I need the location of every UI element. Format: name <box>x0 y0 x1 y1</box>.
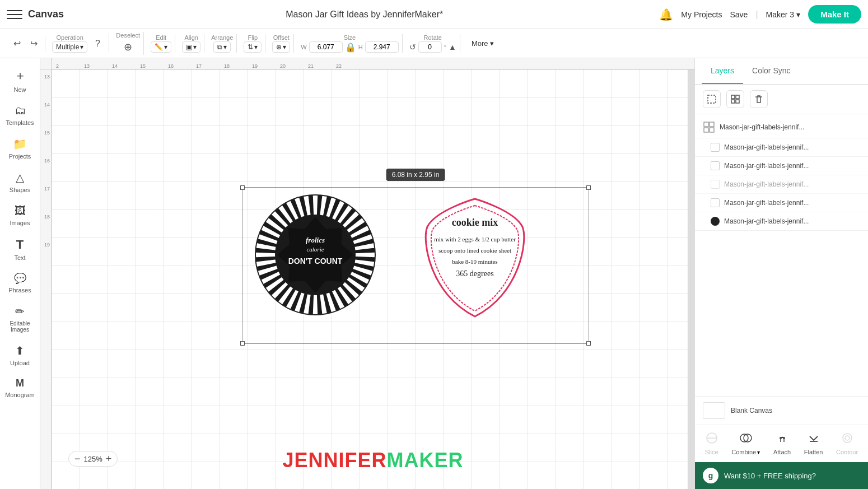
arrange-select[interactable]: ⧉ ▾ <box>213 41 231 53</box>
deselect-button[interactable]: ⊕ <box>120 39 136 55</box>
ruler-tick: 14 <box>40 102 51 130</box>
cookie-label-design: cookie mix mix with 2 eggs & 1/2 cup but… <box>416 193 534 322</box>
edit-select[interactable]: ✏️ ▾ <box>151 41 171 53</box>
layer-visibility-toggle[interactable] <box>711 161 720 170</box>
layer-item[interactable]: Mason-jar-gift-labels-jennif... <box>695 117 868 138</box>
toolbar: ↩ ↪ Operation Multiple ▾ ? Deselect ⊕ Ed… <box>0 29 868 58</box>
attach-icon <box>776 432 788 447</box>
flip-select[interactable]: ⇅ ▾ <box>244 41 262 53</box>
sidebar-new-label: New <box>13 86 26 93</box>
sidebar-item-new[interactable]: ＋ New <box>2 63 38 97</box>
delete-button[interactable] <box>750 90 768 108</box>
layer-visibility-toggle[interactable] <box>711 180 720 189</box>
more-button[interactable]: More ▾ <box>467 37 498 50</box>
help-button[interactable]: ? <box>90 36 105 52</box>
notifications-icon[interactable]: 🔔 <box>659 8 673 21</box>
document-title: Mason Jar Gift Ideas by JenniferMaker* <box>75 10 654 20</box>
chevron-down-icon: ▾ <box>164 43 167 51</box>
offset-label: Offset <box>273 34 290 41</box>
sidebar-item-projects[interactable]: 📁 Projects <box>2 133 38 164</box>
ad-icon-letter: g <box>708 471 713 480</box>
hamburger-menu[interactable] <box>7 7 22 22</box>
edit-item: Edit ✏️ ▾ <box>151 34 171 53</box>
svg-point-21 <box>783 437 785 439</box>
layer-visibility-toggle[interactable] <box>711 143 720 152</box>
operation-select[interactable]: Multiple ▾ <box>52 41 87 53</box>
resize-handle-tl[interactable] <box>240 185 245 190</box>
width-label: W <box>301 44 306 50</box>
make-it-button[interactable]: Make It <box>808 5 861 24</box>
sidebar-item-templates[interactable]: 🗂 Templates <box>2 100 38 131</box>
layer-item[interactable]: Mason-jar-gift-labels-jennif... <box>695 212 868 231</box>
offset-select[interactable]: ⊕ ▾ <box>272 41 290 53</box>
ruler-tick: 13 <box>40 74 51 102</box>
attach-label: Attach <box>773 449 791 455</box>
main-area: ＋ New 🗂 Templates 📁 Projects △ Shapes 🖼 … <box>0 58 868 489</box>
attach-button[interactable]: Attach <box>770 430 794 458</box>
arrange-item: Arrange ⧉ ▾ <box>211 34 233 53</box>
svg-point-20 <box>780 437 782 439</box>
sidebar-item-monogram[interactable]: M Monogram <box>2 373 38 403</box>
ad-banner[interactable]: g Want $10 + FREE shipping? <box>695 462 868 489</box>
flip-group: Flip ⇅ ▾ <box>240 34 265 53</box>
canvas-area[interactable]: 2 13 14 15 16 17 18 19 20 21 22 13 14 15… <box>40 58 694 489</box>
sidebar-item-text[interactable]: T Text <box>2 233 38 266</box>
layer-item[interactable]: Mason-jar-gift-labels-jennif... <box>695 157 868 175</box>
selection-box[interactable]: 6.08 in x 2.95 in <box>242 187 589 344</box>
sidebar-item-images[interactable]: 🖼 Images <box>2 200 38 231</box>
maker-selector[interactable]: Maker 3 ▾ <box>766 10 801 19</box>
sidebar-phrases-label: Phrases <box>8 287 31 294</box>
layer-item[interactable]: Mason-jar-gift-labels-jennif... <box>695 138 868 157</box>
projects-icon: 📁 <box>13 137 27 151</box>
redo-button[interactable]: ↪ <box>26 36 41 52</box>
undo-button[interactable]: ↩ <box>9 36 25 52</box>
sidebar-item-upload[interactable]: ⬆ Upload <box>2 339 38 371</box>
ruler-tick: 15 <box>40 130 51 158</box>
sidebar-images-label: Images <box>10 220 30 226</box>
lock-icon[interactable]: 🔒 <box>345 42 356 53</box>
sidebar-item-phrases[interactable]: 💬 Phrases <box>2 268 38 298</box>
resize-handle-br[interactable] <box>586 341 591 346</box>
layer-visibility-toggle[interactable] <box>711 198 720 207</box>
svg-rect-13 <box>710 122 714 127</box>
ruler-tick: 20 <box>280 63 308 69</box>
group-button[interactable] <box>726 90 744 108</box>
flatten-button[interactable]: Flatten <box>801 430 827 458</box>
resize-handle-bl[interactable] <box>240 341 245 346</box>
blank-canvas-label: Blank Canvas <box>731 407 772 415</box>
ruler-tick: 13 <box>84 63 112 69</box>
align-select[interactable]: ▣ ▾ <box>182 41 200 53</box>
layer-item[interactable]: Mason-jar-gift-labels-jennif... <box>695 175 868 194</box>
zoom-out-button[interactable]: − <box>74 454 81 464</box>
watermark: JENNIFERMAKER <box>282 449 463 472</box>
save-button[interactable]: Save <box>730 10 748 19</box>
tab-layers[interactable]: Layers <box>702 58 743 84</box>
upload-icon: ⬆ <box>15 344 25 357</box>
width-input[interactable] <box>309 41 343 53</box>
rotate-arrow-up[interactable]: ▲ <box>449 43 456 52</box>
new-icon: ＋ <box>14 67 26 84</box>
tab-color-sync[interactable]: Color Sync <box>743 58 799 84</box>
sidebar-editable-images-label: Editable Images <box>4 320 36 333</box>
chevron-down-icon: ▾ <box>223 43 227 51</box>
contour-label: Contour <box>836 449 858 455</box>
scroll-handle[interactable] <box>688 69 694 489</box>
flatten-icon <box>808 432 820 447</box>
combine-button[interactable]: Combine ▾ <box>728 430 763 458</box>
height-input[interactable] <box>365 41 399 53</box>
rotate-input[interactable] <box>418 41 442 53</box>
sidebar-item-editable-images[interactable]: ✏ Editable Images <box>2 300 38 337</box>
edit-group: Edit ✏️ ▾ <box>147 34 175 53</box>
zoom-in-button[interactable]: + <box>106 454 112 464</box>
layer-item[interactable]: Mason-jar-gift-labels-jennif... <box>695 194 868 212</box>
panel-tabs: Layers Color Sync <box>695 58 868 85</box>
select-all-button[interactable] <box>703 90 721 108</box>
rotate-group: Rotate ↺ ° ▲ <box>406 34 460 53</box>
my-projects-link[interactable]: My Projects <box>681 10 722 19</box>
sidebar-item-shapes[interactable]: △ Shapes <box>2 166 38 198</box>
combine-dropdown-icon[interactable]: ▾ <box>757 449 760 455</box>
resize-handle-tr[interactable] <box>586 185 591 190</box>
svg-rect-9 <box>736 95 739 99</box>
ruler-tick: 18 <box>224 63 252 69</box>
ruler-tick: 14 <box>112 63 140 69</box>
